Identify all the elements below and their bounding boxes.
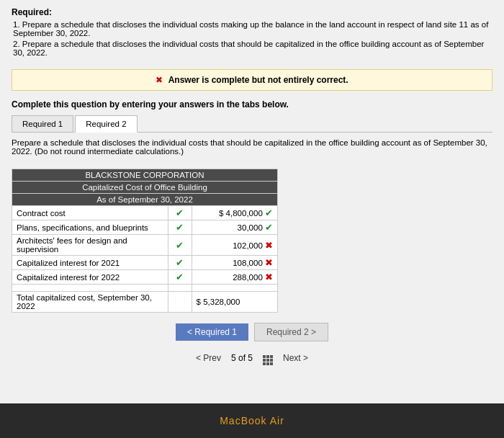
tab-required2[interactable]: Required 2 xyxy=(75,115,137,133)
row-label-1: Contract cost xyxy=(12,206,168,220)
row-value-3: 102,000 ✖ xyxy=(192,235,277,256)
table-total-row: Total capitalized cost, September 30, 20… xyxy=(12,292,278,313)
row-status-1: ✔ xyxy=(168,206,192,220)
table-title: Capitalized Cost of Office Building xyxy=(12,182,278,194)
req-item-1: 1. Prepare a schedule that discloses the… xyxy=(12,20,492,37)
tab-instruction: Prepare a schedule that discloses the in… xyxy=(12,138,492,156)
prev-link[interactable]: < Prev xyxy=(196,353,221,363)
table-title-row: Capitalized Cost of Office Building xyxy=(12,182,278,194)
page-nav: < Prev 5 of 5 Next > xyxy=(0,350,504,365)
company-table: BLACKSTONE CORPORATION Capitalized Cost … xyxy=(12,169,278,313)
total-label: Total capitalized cost, September 30, 20… xyxy=(12,292,168,313)
tab-content: Prepare a schedule that discloses the in… xyxy=(12,138,492,163)
next-link[interactable]: Next > xyxy=(283,353,308,363)
table-row: Plans, specifications, and blueprints ✔ … xyxy=(12,220,278,235)
row-label-4: Capitalized interest for 2021 xyxy=(12,256,168,270)
row-value-4: 108,000 ✖ xyxy=(192,256,277,270)
value-check-3: ✖ xyxy=(265,240,273,251)
row-label-5: Capitalized interest for 2022 xyxy=(12,270,168,285)
answer-text: Answer is complete but not entirely corr… xyxy=(168,75,348,85)
value-check-2: ✔ xyxy=(265,222,273,233)
btn-required2[interactable]: Required 2 > xyxy=(254,323,328,341)
table-row: Capitalized interest for 2022 ✔ 288,000 … xyxy=(12,270,278,285)
company-name: BLACKSTONE CORPORATION xyxy=(12,169,278,182)
row-value-5: 288,000 ✖ xyxy=(192,270,277,285)
row-status-2: ✔ xyxy=(168,220,192,235)
row-value-2: 30,000 ✔ xyxy=(192,220,277,235)
check-icon-4: ✔ xyxy=(176,257,184,268)
value-check-1: ✔ xyxy=(265,207,273,218)
answer-icon: ✖ xyxy=(156,75,163,85)
complete-text: Complete this question by entering your … xyxy=(12,99,492,110)
table-wrapper: BLACKSTONE CORPORATION Capitalized Cost … xyxy=(12,169,492,313)
value-check-4: ✖ xyxy=(265,257,273,268)
row-status-3: ✔ xyxy=(168,235,192,256)
check-icon-5: ✔ xyxy=(176,272,184,282)
req-item-2: 2. Prepare a schedule that discloses the… xyxy=(12,40,492,57)
row-value-1: $ 4,800,000 ✔ xyxy=(192,206,277,220)
btn-required1[interactable]: < Required 1 xyxy=(176,323,248,341)
row-status-5: ✔ xyxy=(168,270,192,285)
row-status-4: ✔ xyxy=(168,256,192,270)
table-row: Capitalized interest for 2021 ✔ 108,000 … xyxy=(12,256,278,270)
check-icon-1: ✔ xyxy=(176,207,184,218)
tabs-row: Required 1 Required 2 xyxy=(12,115,492,133)
total-spacer xyxy=(168,292,192,313)
page-info: 5 of 5 xyxy=(231,353,253,363)
macbook-label: MacBook Air xyxy=(220,415,284,426)
bottom-nav: < Required 1 Required 2 > xyxy=(0,323,504,341)
table-row: Architects' fees for design and supervis… xyxy=(12,235,278,256)
required-title: Required: xyxy=(12,7,492,17)
check-icon-2: ✔ xyxy=(176,222,184,233)
answer-box: ✖ Answer is complete but not entirely co… xyxy=(12,69,492,91)
required-header: Required: 1. Prepare a schedule that dis… xyxy=(0,0,504,63)
tab-required1[interactable]: Required 1 xyxy=(12,115,73,132)
table-subtitle: As of September 30, 2022 xyxy=(12,194,278,206)
check-icon-3: ✔ xyxy=(176,240,184,251)
table-row: Contract cost ✔ $ 4,800,000 ✔ xyxy=(12,206,278,220)
table-empty-row xyxy=(12,285,278,292)
row-label-3: Architects' fees for design and supervis… xyxy=(12,235,168,256)
total-value: $ 5,328,000 xyxy=(192,292,277,313)
table-company-row: BLACKSTONE CORPORATION xyxy=(12,169,278,182)
value-check-5: ✖ xyxy=(265,272,273,282)
row-label-2: Plans, specifications, and blueprints xyxy=(12,220,168,235)
macbook-bar: MacBook Air xyxy=(0,403,504,438)
table-subtitle-row: As of September 30, 2022 xyxy=(12,194,278,206)
grid-icon xyxy=(263,350,273,365)
